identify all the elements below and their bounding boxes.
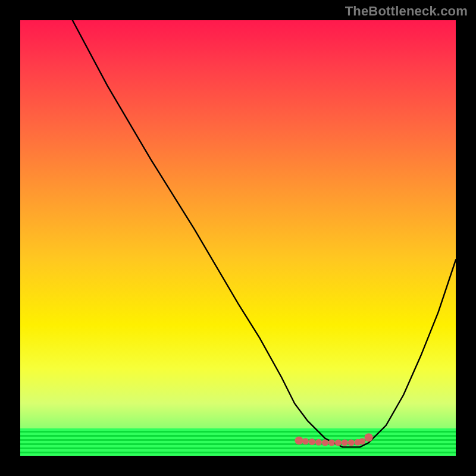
- attribution-text: TheBottleneck.com: [345, 4, 468, 19]
- plot-area: [20, 20, 456, 456]
- optimal-dots: [295, 433, 373, 446]
- optimal-dot: [328, 440, 335, 446]
- bottleneck-curve: [73, 20, 456, 447]
- optimal-dot: [295, 436, 303, 444]
- optimal-dot: [309, 439, 315, 445]
- optimal-dot: [322, 440, 328, 446]
- optimal-dot: [302, 438, 309, 444]
- optimal-dot: [315, 439, 322, 446]
- optimal-dot: [348, 440, 355, 446]
- optimal-dot: [365, 433, 373, 441]
- curve-layer: [20, 20, 456, 456]
- optimal-dot: [359, 438, 365, 444]
- chart-stage: TheBottleneck.com: [0, 0, 476, 476]
- optimal-dot: [342, 440, 348, 446]
- optimal-dot: [335, 440, 342, 446]
